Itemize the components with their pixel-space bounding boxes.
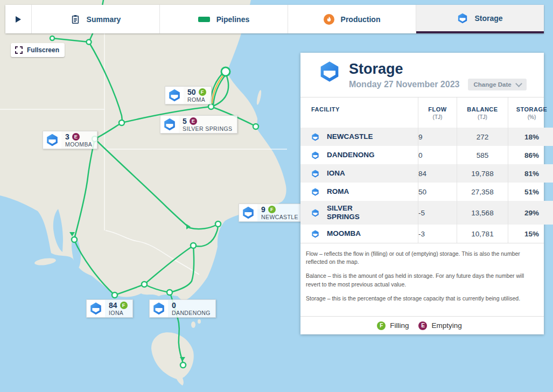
tab-label: Summary	[87, 15, 121, 24]
panel-date: Monday 27 November 2023	[349, 80, 459, 89]
production-flame-icon	[324, 14, 334, 25]
fullscreen-button[interactable]: Fullscreen	[11, 43, 65, 57]
flow-direction-badge: F	[120, 302, 128, 309]
fullscreen-icon	[15, 46, 23, 54]
storage-hexagon-icon	[239, 204, 257, 221]
flow-direction-badge: F	[199, 88, 206, 96]
fullscreen-label: Fullscreen	[27, 46, 59, 54]
filling-badge-icon: F	[377, 321, 386, 330]
flow-value: 5	[183, 117, 187, 125]
map-label-silver-springs[interactable]: 5E SILVER SPRINGS	[160, 115, 237, 134]
flow-value: 3	[65, 133, 69, 141]
tab-summary[interactable]: Summary	[32, 5, 160, 33]
bass-island-2	[198, 319, 201, 324]
flow-direction-badge: E	[72, 133, 80, 141]
table-row: SILVER SPRINGS -5 13,568 29%	[300, 201, 553, 225]
footnote-flow: Flow – reflects the flow in (filling) or…	[306, 250, 534, 266]
expand-tabs-button[interactable]	[5, 5, 32, 33]
bass-island-1	[191, 321, 195, 328]
storage-hexagon-icon	[311, 133, 319, 141]
pipelines-icon	[198, 17, 210, 22]
footnotes: Flow – reflects the flow in (filling) or…	[300, 243, 544, 317]
footnote-storage: Storage – this is the percentage of the …	[306, 295, 534, 303]
column-header-flow: FLOW(TJ)	[418, 97, 457, 128]
tab-production[interactable]: Production	[288, 5, 416, 33]
table-row: DANDENONG 0 585 86%	[300, 146, 553, 164]
table-row: MOOMBA -3 10,781 15%	[300, 225, 553, 243]
map-label-iona[interactable]: 84F IONA	[86, 299, 133, 318]
footnote-balance: Balance – this is the amount of gas held…	[306, 272, 534, 288]
tab-bar: Summary Pipelines Production Storage	[5, 5, 544, 33]
table-header-row: FACILITY FLOW(TJ) BALANCE(TJ) STORAGE(%)	[300, 97, 553, 128]
storage-hexagon-icon	[87, 300, 105, 317]
table-row: NEWCASTLE 9 272 18%	[300, 128, 553, 146]
change-date-button[interactable]: Change Date	[468, 79, 526, 90]
facility-name: NEWCASTLE	[261, 214, 298, 220]
storage-hexagon-icon	[311, 230, 319, 238]
map-label-newcastle[interactable]: 9F NEWCASTLE	[239, 204, 304, 222]
storage-hexagon-icon	[311, 151, 319, 159]
storage-panel-header: Storage Monday 27 November 2023 Change D…	[300, 53, 544, 97]
flow-value: 84	[109, 302, 117, 310]
storage-hexagon-icon	[311, 188, 319, 196]
storage-hexagon-icon	[457, 13, 468, 24]
tab-label: Storage	[474, 14, 502, 23]
facility-name: ROMA	[187, 96, 206, 103]
map-label-moomba[interactable]: 3E MOOMBA	[43, 131, 97, 149]
chevron-down-icon	[515, 80, 522, 87]
tab-label: Production	[341, 15, 381, 24]
emptying-badge-icon: E	[418, 321, 427, 330]
storage-hexagon-icon	[311, 170, 319, 178]
flow-value: 50	[187, 88, 196, 96]
tab-storage[interactable]: Storage	[416, 5, 544, 33]
storage-hexagon-icon	[43, 131, 61, 149]
flow-value: 9	[261, 206, 265, 214]
facility-name: DANDENONG	[172, 310, 211, 316]
tab-pipelines[interactable]: Pipelines	[160, 5, 288, 33]
tab-label: Pipelines	[216, 15, 249, 24]
table-row: ROMA 50 27,358 51%	[300, 183, 553, 201]
storage-hexagon-icon	[165, 87, 184, 104]
legend: F Filling E Emptying	[300, 317, 544, 334]
map-label-roma[interactable]: 50F ROMA	[165, 86, 212, 104]
play-arrow-icon	[16, 16, 21, 23]
facility-table: FACILITY FLOW(TJ) BALANCE(TJ) STORAGE(%)…	[300, 97, 553, 243]
storage-panel: Storage Monday 27 November 2023 Change D…	[300, 53, 544, 334]
table-row: IONA 84 19,788 81%	[300, 164, 553, 183]
column-header-balance: BALANCE(TJ)	[457, 97, 508, 128]
facility-name: MOOMBA	[65, 141, 92, 148]
facility-name: SILVER SPRINGS	[183, 125, 232, 132]
storage-hexagon-icon	[311, 209, 319, 217]
flow-direction-badge: E	[190, 117, 197, 125]
panel-title: Storage	[349, 61, 527, 77]
storage-hexagon-icon	[319, 61, 340, 82]
facility-name: IONA	[109, 310, 128, 316]
column-header-storage: STORAGE(%)	[508, 97, 553, 128]
flow-value: 0	[172, 302, 176, 310]
map-label-dandenong[interactable]: 0 DANDENONG	[149, 299, 216, 318]
filling-label: Filling	[390, 321, 409, 330]
summary-clipboard-icon	[71, 14, 80, 25]
emptying-label: Emptying	[431, 321, 461, 330]
storage-hexagon-icon	[160, 116, 179, 133]
flow-direction-badge: F	[268, 206, 276, 213]
storage-hexagon-icon	[150, 300, 168, 317]
column-header-facility: FACILITY	[300, 97, 418, 128]
